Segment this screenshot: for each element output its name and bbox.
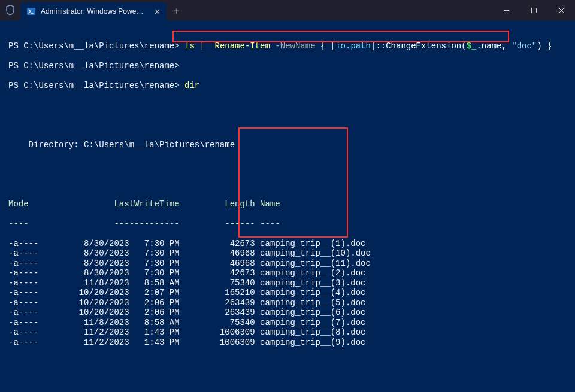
svg-rect-0 xyxy=(27,8,35,15)
string-doc: "doc" xyxy=(512,41,537,51)
type-iopath: io.path xyxy=(335,41,371,51)
listing-row: -a---- 8/30/2023 7:30 PM 46968 camping_t… xyxy=(8,259,567,269)
tab-title: Administrator: Windows Powe… xyxy=(41,7,143,16)
new-tab-button[interactable]: ＋ xyxy=(167,1,187,20)
listing-row: -a---- 8/30/2023 7:30 PM 46968 camping_t… xyxy=(8,248,567,259)
listing-row: -a---- 11/8/2023 8:58 AM 75340 camping_t… xyxy=(8,318,567,328)
minimize-button[interactable] xyxy=(492,0,520,20)
prompt-path: PS C:\Users\m__la\Pictures\rename> xyxy=(8,41,180,51)
listing-row: -a---- 10/20/2023 2:07 PM 165210 camping… xyxy=(8,288,567,298)
cmd-dir: dir xyxy=(184,81,199,90)
prompt-line-1: PS C:\Users\m__la\Pictures\rename> ls | … xyxy=(8,41,567,51)
listing-row: -a---- 10/20/2023 2:06 PM 263439 camping… xyxy=(8,308,567,318)
powershell-icon xyxy=(26,7,36,16)
listing-row: -a---- 8/30/2023 7:30 PM 42673 camping_t… xyxy=(8,239,567,249)
listing-row: -a---- 11/2/2023 1:43 PM 1006309 camping… xyxy=(8,327,567,338)
titlebar-drag[interactable] xyxy=(187,0,492,20)
var-pipeline: $_ xyxy=(467,41,477,51)
param-newname: -NewName xyxy=(270,41,316,51)
listing-row: -a---- 8/30/2023 7:30 PM 42673 camping_t… xyxy=(8,268,567,278)
window-controls xyxy=(492,0,575,20)
directory-label: Directory: C:\Users\m__la\Pictures\renam… xyxy=(8,140,567,150)
maximize-button[interactable] xyxy=(520,0,547,20)
titlebar: Administrator: Windows Powe… ✕ ＋ xyxy=(0,0,575,20)
listing-divider: ---- ------------- ------ ---- xyxy=(8,219,567,229)
tab-powershell[interactable]: Administrator: Windows Powe… ✕ xyxy=(20,2,167,20)
close-tab-icon[interactable]: ✕ xyxy=(154,7,161,16)
listing-header: Mode LastWriteTime Length Name xyxy=(8,199,567,209)
cmd-ls: ls xyxy=(184,41,195,51)
cmd-rename-item: Rename-Item xyxy=(210,41,270,51)
listing-row: -a---- 10/20/2023 2:06 PM 263439 camping… xyxy=(8,298,567,308)
prompt-line-3: PS C:\Users\m__la\Pictures\rename> dir xyxy=(8,81,567,91)
terminal-output[interactable]: PS C:\Users\m__la\Pictures\rename> ls | … xyxy=(0,20,575,392)
prompt-line-2: PS C:\Users\m__la\Pictures\rename> xyxy=(8,61,567,71)
close-window-button[interactable] xyxy=(547,0,575,20)
listing-row: -a---- 11/2/2023 1:43 PM 1006309 camping… xyxy=(8,338,567,348)
method-changeext: ChangeExtension( xyxy=(386,41,466,51)
shield-icon xyxy=(0,0,20,20)
listing-row: -a---- 11/8/2023 8:58 AM 75340 camping_t… xyxy=(8,278,567,288)
svg-rect-2 xyxy=(531,8,536,13)
